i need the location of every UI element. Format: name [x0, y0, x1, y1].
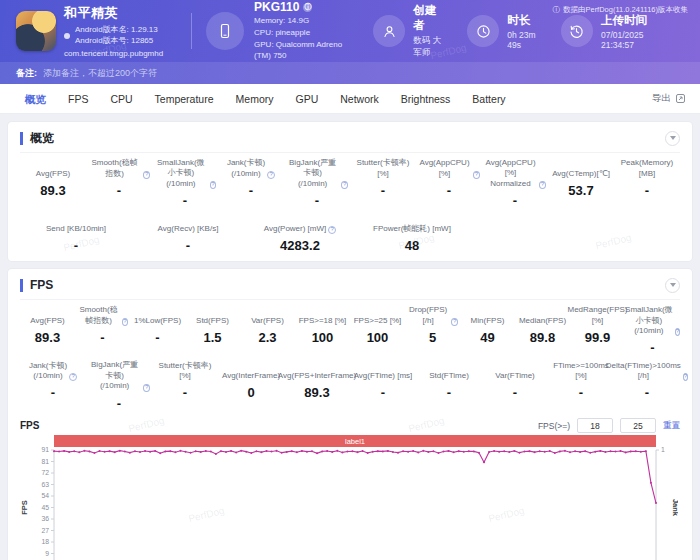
remark-label: 备注:	[16, 67, 37, 80]
metric: FPower(帧能耗) [mW]48	[356, 213, 468, 253]
help-icon[interactable]: ?	[143, 171, 150, 179]
metric-label: BigJank(严重卡顿) (/10min)?	[286, 158, 348, 189]
fps-card: FPS Avg(FPS)89.3Smooth(稳帧指数)?-1%Low(FPS)…	[8, 269, 692, 560]
help-icon[interactable]: ?	[328, 226, 336, 234]
metric: Median(FPS)89.8	[515, 305, 570, 355]
metric-value: -	[616, 385, 678, 400]
export-button[interactable]: 导出	[652, 92, 686, 105]
chevron-down-icon	[670, 283, 676, 287]
help-icon[interactable]: ?	[143, 384, 150, 392]
reset-link[interactable]: 重置	[663, 420, 680, 432]
metric-value: 89.3	[22, 183, 84, 198]
help-icon[interactable]: ?	[473, 171, 480, 179]
metric-value: 53.7	[550, 183, 612, 198]
metric-label: Stutter(卡顿率) [%]	[352, 158, 414, 179]
fps-collapse-button[interactable]	[665, 278, 680, 293]
metric-value: 49	[462, 330, 513, 345]
help-icon[interactable]: ?	[122, 318, 128, 326]
app-package: com.tencent.tmgp.pubgmhd	[64, 49, 163, 58]
android-bullet-icon	[64, 33, 70, 39]
metric: Var(FTime)-	[482, 360, 548, 410]
metric-label: Avg(AppCPU) [%]?	[418, 158, 480, 179]
fps-threshold-input-1[interactable]	[577, 418, 613, 433]
metric: Peak(Memory) [MB]-	[614, 158, 680, 208]
metric: Avg(AppCPU) [%] Normalized?-	[482, 158, 548, 208]
device-info-block: PKG110ⓘ Memory: 14.9GCPU: pineappleGPU: …	[206, 0, 373, 61]
metric-value: -	[132, 330, 183, 345]
help-icon[interactable]: ?	[683, 373, 688, 381]
creator-label: 创建者	[413, 3, 447, 33]
tab-概览[interactable]: 概览	[14, 84, 57, 114]
tab-brightness[interactable]: Brightness	[390, 84, 462, 114]
metric-label: FPS>=25 [%]	[352, 305, 403, 326]
collect-version-note: ⓘ 数据由PerfDog(11.0.241116)版本收集	[552, 5, 688, 15]
metric-label: Smooth(稳帧指数)?	[88, 158, 150, 179]
metric-value: 100	[352, 330, 403, 345]
metric: 1%Low(FPS)-	[130, 305, 185, 355]
metric-label: BigJank(严重卡顿) (/10min)?	[88, 360, 150, 391]
svg-text:45: 45	[41, 503, 49, 510]
metric-value: 99.9	[572, 330, 623, 345]
tab-cpu[interactable]: CPU	[99, 84, 143, 114]
tab-battery[interactable]: Battery	[461, 84, 516, 114]
metric: FTime>=100ms [%]-	[548, 360, 614, 410]
tab-gpu[interactable]: GPU	[284, 84, 329, 114]
metric-value: -	[418, 183, 480, 198]
metric-value: 2.3	[242, 330, 293, 345]
app-icon	[16, 11, 56, 51]
tab-temperature[interactable]: Temperature	[144, 84, 225, 114]
tab-memory[interactable]: Memory	[225, 84, 285, 114]
help-icon[interactable]: ?	[675, 328, 680, 336]
overview-metrics-row1: Avg(FPS)89.3Smooth(稳帧指数)?-SmallJank(微小卡顿…	[20, 158, 680, 208]
fps-metrics-row1: Avg(FPS)89.3Smooth(稳帧指数)?-1%Low(FPS)-Std…	[20, 305, 680, 355]
metric-value: -	[352, 385, 414, 400]
svg-text:Jank: Jank	[671, 498, 678, 516]
metric-label: Avg(CTemp)[℃]	[550, 158, 612, 179]
tab-network[interactable]: Network	[329, 84, 390, 114]
fps-threshold-input-2[interactable]	[620, 418, 656, 433]
metric-value: -	[134, 238, 242, 253]
fps-metrics-row2: Jank(卡顿) (/10min)?-BigJank(严重卡顿) (/10min…	[20, 360, 680, 410]
phone-icon	[206, 12, 244, 50]
device-info-icon[interactable]: ⓘ	[303, 3, 312, 12]
remark-placeholder[interactable]: 添加备注，不超过200个字符	[43, 67, 157, 80]
app-info-block: 和平精英 Android版本名: 1.29.13Android版本号: 1286…	[16, 4, 177, 59]
person-icon	[373, 15, 405, 47]
help-icon[interactable]: ?	[267, 171, 275, 179]
metric-label: Delta(FTime)>100ms [/h]?	[616, 360, 678, 381]
metric-value: -	[286, 193, 348, 208]
metric-label: Drop(FPS) [/h]?	[407, 305, 458, 326]
metric-value: 48	[358, 238, 466, 253]
svg-text:63: 63	[41, 480, 49, 487]
metric: Avg(FPS)89.3	[20, 158, 86, 208]
info-icon: ⓘ	[552, 5, 560, 15]
help-icon[interactable]: ?	[341, 181, 348, 189]
fps-title: FPS	[20, 279, 53, 292]
help-icon[interactable]: ?	[210, 181, 216, 189]
help-icon[interactable]: ?	[69, 373, 77, 381]
metric-value: 100	[297, 330, 348, 345]
duration-block: 时长 0h 23m 49s	[467, 13, 561, 50]
remark-bar[interactable]: 备注: 添加备注，不超过200个字符	[0, 62, 700, 84]
header-divider	[191, 13, 192, 49]
fps-threshold-label: FPS(>=)	[538, 421, 570, 431]
help-icon[interactable]: ?	[539, 181, 546, 189]
history-clock-icon	[561, 15, 593, 47]
metric-label: FPS>=18 [%]	[297, 305, 348, 326]
creator-value: 数码 大军师	[413, 35, 447, 59]
metric: Stutter(卡顿率) [%]-	[350, 158, 416, 208]
svg-text:81: 81	[41, 457, 49, 464]
tab-fps[interactable]: FPS	[57, 84, 99, 114]
metric-label: Send [KB/10min]	[22, 213, 130, 234]
svg-text:72: 72	[41, 469, 49, 476]
metric: FPS>=25 [%]100	[350, 305, 405, 355]
svg-text:91: 91	[41, 446, 49, 453]
metric-label: Jank(卡顿) (/10min)?	[22, 360, 84, 381]
export-icon	[675, 93, 686, 104]
overview-collapse-button[interactable]	[665, 131, 680, 146]
overview-card: 概览 Avg(FPS)89.3Smooth(稳帧指数)?-SmallJank(微…	[8, 122, 692, 261]
metric-value: -	[22, 238, 130, 253]
report-header: 和平精英 Android版本名: 1.29.13Android版本号: 1286…	[0, 0, 700, 84]
help-icon[interactable]: ?	[451, 318, 458, 326]
metric-value: 5	[407, 330, 458, 345]
